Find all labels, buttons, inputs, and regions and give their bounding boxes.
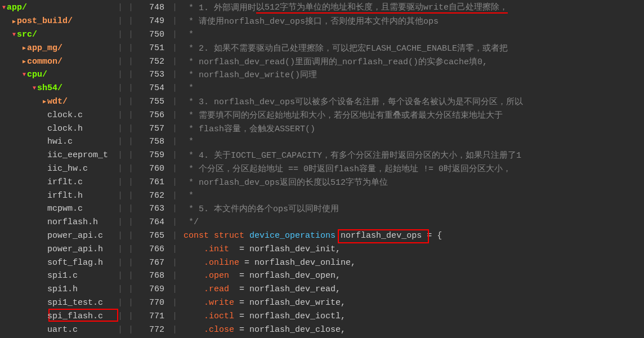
folder-item[interactable]: ▶common/| bbox=[0, 55, 125, 68]
chevron-down-icon: ▼ bbox=[11, 32, 17, 38]
item-label: src/ bbox=[17, 30, 37, 39]
line-number: 749 bbox=[140, 15, 169, 28]
divider-pipe: | bbox=[118, 124, 123, 134]
comment: * norflash_dev_write()同理 bbox=[184, 69, 317, 80]
divider-pipe: | bbox=[118, 110, 123, 120]
folder-item[interactable]: ▼app/| bbox=[0, 1, 125, 15]
line-number: 755 bbox=[140, 95, 169, 109]
divider-pipe: | bbox=[118, 325, 123, 335]
item-label: norflash.h bbox=[47, 217, 98, 227]
divider-pipe: | bbox=[118, 164, 123, 174]
divider-pipe: | bbox=[118, 244, 123, 254]
item-label: mcpwm.c bbox=[47, 204, 83, 214]
file-item[interactable]: power_api.c| bbox=[0, 229, 125, 243]
comment: * bbox=[184, 191, 194, 201]
chevron-down-icon: ▼ bbox=[21, 72, 27, 78]
file-item[interactable]: irflt.h| bbox=[0, 189, 125, 202]
line-numbers: 7487497507517527537547557567577587597607… bbox=[140, 0, 169, 338]
field: .write bbox=[204, 298, 234, 308]
file-item[interactable]: iic_hw.c| bbox=[0, 162, 125, 176]
item-label: uart.c bbox=[47, 325, 78, 335]
value: norflash_dev_open bbox=[249, 271, 336, 281]
comment: * 1. 外部调用时 bbox=[184, 2, 256, 13]
line-number: 772 bbox=[140, 323, 169, 336]
chevron-right-icon: ▶ bbox=[42, 98, 47, 105]
file-item[interactable]: soft_flag.h| bbox=[0, 256, 125, 269]
comment-underlined: 以512字节为单位的地址和长度，且需要驱动write自己处理擦除， bbox=[256, 2, 508, 14]
file-item[interactable]: iic_eeprom_t| bbox=[0, 149, 125, 162]
folder-item[interactable]: ▼sh54/| bbox=[0, 82, 125, 95]
line-number: 757 bbox=[140, 122, 169, 135]
line-number: 753 bbox=[140, 68, 169, 82]
file-item[interactable]: hwi.c| bbox=[0, 135, 125, 149]
divider-pipe: | bbox=[118, 97, 123, 106]
divider-pipe: | bbox=[118, 177, 123, 187]
line-number: 759 bbox=[140, 149, 169, 162]
line-number: 760 bbox=[140, 162, 169, 176]
file-item[interactable]: irflt.c| bbox=[0, 175, 125, 189]
line-number: 766 bbox=[140, 242, 169, 256]
comment: * 请使用norflash_dev_ops接口，否则使用本文件内的其他ops bbox=[184, 16, 439, 26]
field: .close bbox=[204, 325, 234, 335]
item-label: clock.h bbox=[47, 124, 83, 134]
comment: * 需要填不同的分区起始地址和大小，若分区地址有重叠或者最大分区结束地址大于 bbox=[184, 110, 503, 121]
line-number: 758 bbox=[140, 135, 169, 149]
folder-item[interactable]: ▶app_mg/| bbox=[0, 41, 125, 55]
item-label: app/ bbox=[7, 3, 27, 12]
file-item[interactable]: mcpwm.c| bbox=[0, 202, 125, 216]
line-number: 751 bbox=[140, 41, 169, 55]
file-item[interactable]: clock.c| bbox=[0, 108, 125, 122]
divider-pipe: | bbox=[118, 137, 123, 146]
divider-pipe: | bbox=[118, 231, 123, 241]
folder-item[interactable]: ▶wdt/| bbox=[0, 95, 125, 109]
file-item[interactable]: spi_flash.c| bbox=[0, 309, 125, 323]
line-number: 763 bbox=[140, 202, 169, 216]
file-item[interactable]: spi1.h| bbox=[0, 283, 125, 296]
file-item[interactable]: norflash.h| bbox=[0, 216, 125, 229]
item-label: power_api.c bbox=[47, 231, 103, 241]
file-item[interactable]: spi1_test.c| bbox=[0, 296, 125, 310]
line-number: 761 bbox=[140, 175, 169, 189]
file-item[interactable]: power_api.h| bbox=[0, 242, 125, 256]
line-number: 769 bbox=[140, 283, 169, 296]
chevron-right-icon: ▶ bbox=[21, 58, 27, 65]
field: .ioctl bbox=[204, 312, 234, 321]
divider-pipe: | bbox=[118, 258, 123, 268]
code-editor[interactable]: * 1. 外部调用时以512字节为单位的地址和长度，且需要驱动write自己处理… bbox=[184, 0, 644, 338]
item-label: app_mg/ bbox=[27, 43, 62, 53]
line-number: 752 bbox=[140, 55, 169, 68]
divider-pipe: | bbox=[118, 57, 123, 66]
divider-pipe: | bbox=[118, 191, 123, 201]
keyword-struct: struct bbox=[214, 231, 244, 241]
comment: * flash容量，会触发ASSERT() bbox=[184, 123, 315, 134]
divider-pipe: | bbox=[118, 70, 123, 79]
value: norflash_dev_init bbox=[249, 244, 336, 254]
chevron-right-icon: ▶ bbox=[21, 45, 27, 51]
comment: * norflash_dev_ops返回的长度以512字节为单位 bbox=[184, 177, 388, 188]
file-item[interactable]: uart.c| bbox=[0, 323, 125, 336]
comment: * 4. 关于IOCTL_GET_CAPACITY，有多个分区注册时返回分区的大… bbox=[184, 150, 521, 161]
line-number: 762 bbox=[140, 189, 169, 202]
folder-item[interactable]: ▶post_build/| bbox=[0, 15, 125, 28]
item-label: hwi.c bbox=[47, 137, 73, 146]
type-name: device_operations bbox=[249, 231, 336, 241]
item-label: clock.c bbox=[47, 110, 83, 120]
item-label: common/ bbox=[27, 57, 62, 66]
comment: * bbox=[184, 30, 194, 39]
item-label: iic_eeprom_t bbox=[47, 150, 108, 160]
divider-pipe: | bbox=[118, 284, 123, 294]
value: norflash_dev_online bbox=[254, 258, 351, 268]
file-item[interactable]: clock.h| bbox=[0, 122, 125, 135]
folder-item[interactable]: ▼src/| bbox=[0, 28, 125, 42]
folder-item[interactable]: ▼cpu/| bbox=[0, 68, 125, 82]
item-label: post_build/ bbox=[17, 16, 73, 26]
item-label: irflt.h bbox=[47, 191, 83, 201]
line-number: 748 bbox=[140, 1, 169, 15]
chevron-down-icon: ▼ bbox=[1, 5, 7, 11]
file-item[interactable]: spi1.c| bbox=[0, 269, 125, 283]
chevron-right-icon: ▶ bbox=[11, 18, 17, 25]
comment: * bbox=[184, 83, 194, 93]
divider-pipe: | bbox=[118, 204, 123, 214]
comment: * 3. norflash_dev_ops可以被多个设备名注册，每个设备名被认为… bbox=[184, 96, 523, 107]
chevron-down-icon: ▼ bbox=[32, 85, 37, 91]
